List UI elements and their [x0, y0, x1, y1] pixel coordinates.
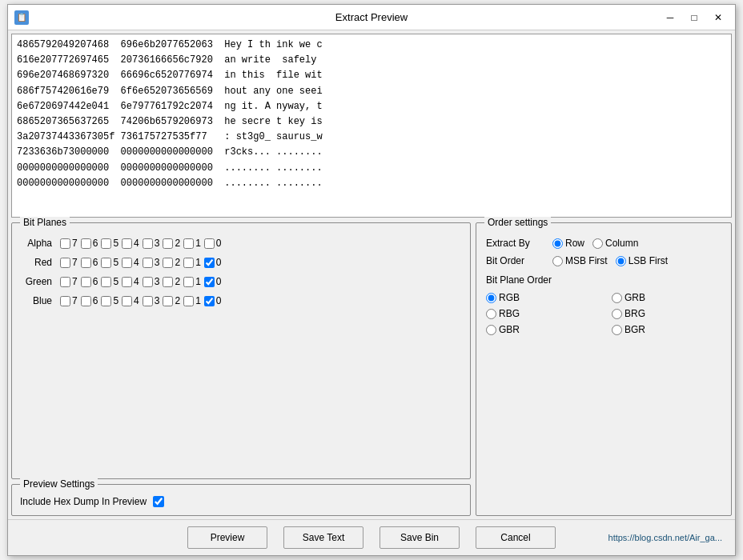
- close-button[interactable]: ✕: [708, 10, 729, 26]
- bit-plane-order-section: Bit Plane Order RGB GRB RBG: [486, 274, 721, 335]
- save-text-button[interactable]: Save Text: [283, 526, 363, 549]
- bottom-bar: Preview Save Text Save Bin Cancel https:…: [8, 519, 735, 555]
- left-panels: Bit Planes Alpha 7 6 5 4 3 2 1 0 Red 7: [11, 222, 471, 516]
- minimize-button[interactable]: ─: [660, 10, 681, 26]
- msb-first-option[interactable]: MSB First: [552, 255, 608, 266]
- cancel-button[interactable]: Cancel: [476, 526, 556, 549]
- plane-brg-option[interactable]: BRG: [612, 308, 721, 319]
- msb-first-label: MSB First: [565, 255, 608, 266]
- plane-rgb-label: RGB: [499, 292, 520, 303]
- alpha-bit-7[interactable]: 7: [60, 238, 78, 249]
- alpha-bit-1[interactable]: 1: [183, 238, 201, 249]
- blue-bit-1[interactable]: 1: [183, 295, 201, 306]
- bit-planes-panel: Bit Planes Alpha 7 6 5 4 3 2 1 0 Red 7: [11, 222, 471, 479]
- alpha-bit-6[interactable]: 6: [81, 238, 98, 249]
- alpha-bit-3[interactable]: 3: [143, 238, 160, 249]
- preview-line: 616e207772697465 20736166656c7920 an wri…: [17, 53, 726, 68]
- plane-order-grid: RGB GRB RBG BRG: [486, 292, 721, 335]
- plane-gbr-label: GBR: [499, 324, 520, 335]
- blue-bit-6[interactable]: 6: [81, 295, 98, 306]
- preview-settings-title: Preview Settings: [20, 478, 98, 490]
- red-bit-2[interactable]: 2: [163, 257, 180, 268]
- plane-rgb-option[interactable]: RGB: [486, 292, 596, 303]
- red-bit-1[interactable]: 1: [183, 257, 201, 268]
- green-bit-3[interactable]: 3: [143, 276, 160, 287]
- preview-line: 3a20737443367305f 736175727535f77 : st3g…: [17, 130, 726, 145]
- blue-bit-0[interactable]: 0: [204, 295, 222, 306]
- plane-gbr-option[interactable]: GBR: [486, 324, 596, 335]
- window-title: Extract Preview: [335, 11, 408, 23]
- preview-line: 6865207365637265 74206b6579206973 he sec…: [17, 114, 726, 130]
- preview-line: 0000000000000000 0000000000000000 ......…: [17, 176, 726, 191]
- extract-by-label: Extract By: [486, 238, 546, 249]
- hex-dump-checkbox[interactable]: [153, 496, 164, 507]
- order-settings-panel: Order settings Extract By Row Column: [476, 222, 732, 516]
- green-bit-4[interactable]: 4: [122, 276, 139, 287]
- green-bit-0[interactable]: 0: [204, 276, 222, 287]
- red-bit-0[interactable]: 0: [204, 257, 222, 268]
- green-bit-2[interactable]: 2: [163, 276, 180, 287]
- plane-bgr-label: BGR: [625, 324, 645, 335]
- preview-button[interactable]: Preview: [187, 526, 267, 549]
- red-bit-4[interactable]: 4: [122, 257, 139, 268]
- preview-line: 6e6720697442e041 6e797761792c2074 ng it.…: [17, 99, 726, 114]
- app-icon: 📋: [14, 10, 29, 25]
- plane-bgr-option[interactable]: BGR: [612, 324, 721, 335]
- blue-row: Blue 7 6 5 4 3 2 1 0: [20, 295, 462, 306]
- main-window: 📋 Extract Preview ─ □ ✕ 4865792049207468…: [7, 4, 736, 556]
- bit-order-row: Bit Order MSB First LSB First: [486, 255, 721, 266]
- red-label: Red: [20, 257, 52, 268]
- title-bar: 📋 Extract Preview ─ □ ✕: [8, 5, 735, 30]
- green-row: Green 7 6 5 4 3 2 1 0: [20, 276, 462, 287]
- hex-dump-label: Include Hex Dump In Preview: [20, 496, 147, 507]
- blue-label: Blue: [20, 295, 52, 306]
- extract-by-group: Row Column: [552, 238, 638, 249]
- red-bit-5[interactable]: 5: [101, 257, 118, 268]
- red-row: Red 7 6 5 4 3 2 1 0: [20, 257, 462, 268]
- maximize-button[interactable]: □: [684, 10, 705, 26]
- alpha-row: Alpha 7 6 5 4 3 2 1 0: [20, 238, 462, 249]
- alpha-bit-0[interactable]: 0: [204, 238, 222, 249]
- extract-row-label: Row: [565, 238, 584, 249]
- plane-rbg-label: RBG: [499, 308, 520, 319]
- green-bit-5[interactable]: 5: [101, 276, 118, 287]
- blue-bit-4[interactable]: 4: [122, 295, 139, 306]
- alpha-bit-4[interactable]: 4: [122, 238, 139, 249]
- alpha-bit-5[interactable]: 5: [101, 238, 118, 249]
- preview-settings-inner: Include Hex Dump In Preview: [20, 496, 462, 507]
- preview-settings-panel: Preview Settings Include Hex Dump In Pre…: [11, 484, 471, 516]
- alpha-label: Alpha: [20, 238, 52, 249]
- extract-col-label: Column: [605, 238, 638, 249]
- plane-brg-label: BRG: [625, 308, 645, 319]
- plane-grb-label: GRB: [625, 292, 645, 303]
- green-bit-7[interactable]: 7: [60, 276, 78, 287]
- red-bit-7[interactable]: 7: [60, 257, 78, 268]
- bottom-link: https://blog.csdn.net/Air_ga...: [608, 533, 722, 542]
- lsb-first-option[interactable]: LSB First: [616, 255, 668, 266]
- alpha-bit-2[interactable]: 2: [163, 238, 180, 249]
- window-controls: ─ □ ✕: [660, 10, 729, 26]
- green-bit-1[interactable]: 1: [183, 276, 201, 287]
- red-bit-6[interactable]: 6: [81, 257, 98, 268]
- save-bin-button[interactable]: Save Bin: [380, 526, 460, 549]
- extract-by-row: Extract By Row Column: [486, 238, 721, 249]
- red-bit-3[interactable]: 3: [143, 257, 160, 268]
- bit-order-label: Bit Order: [486, 255, 546, 266]
- blue-bit-2[interactable]: 2: [163, 295, 180, 306]
- blue-bit-7[interactable]: 7: [60, 295, 78, 306]
- green-bit-6[interactable]: 6: [81, 276, 98, 287]
- bit-order-group: MSB First LSB First: [552, 255, 668, 266]
- title-bar-left: 📋: [14, 10, 29, 25]
- extract-by-column-option[interactable]: Column: [592, 238, 638, 249]
- preview-line: 696e207468697320 66696c6520776974 in thi…: [17, 68, 726, 83]
- bit-planes-title: Bit Planes: [20, 217, 70, 228]
- plane-rbg-option[interactable]: RBG: [486, 308, 596, 319]
- preview-text-area[interactable]: 4865792049207468 696e6b2077652063 Hey I …: [11, 34, 732, 218]
- preview-line: 686f757420616e79 6f6e652073656569 hout a…: [17, 84, 726, 99]
- blue-bit-5[interactable]: 5: [101, 295, 118, 306]
- plane-grb-option[interactable]: GRB: [612, 292, 721, 303]
- blue-bit-3[interactable]: 3: [143, 295, 160, 306]
- bit-plane-order-title: Bit Plane Order: [486, 274, 721, 286]
- extract-by-row-option[interactable]: Row: [552, 238, 584, 249]
- preview-line: 7233636b73000000 0000000000000000 r3cks.…: [17, 145, 726, 160]
